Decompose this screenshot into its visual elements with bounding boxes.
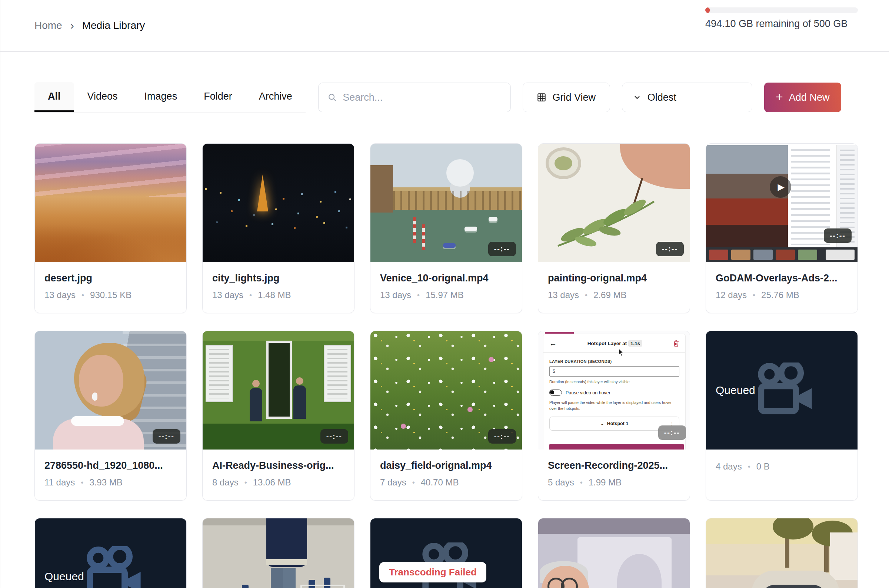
thumbnail-city-lights bbox=[203, 144, 354, 262]
file-size: 15.97 MB bbox=[426, 290, 464, 300]
video-camera-icon bbox=[747, 363, 817, 418]
duration-badge: --:-- bbox=[488, 429, 516, 444]
search-box[interactable] bbox=[318, 82, 511, 112]
pause-on-hover-label: Pause video on hover bbox=[566, 390, 610, 396]
media-card[interactable] bbox=[538, 518, 690, 588]
thumbnail-painting: --:-- bbox=[538, 144, 690, 262]
file-age: 11 days bbox=[44, 477, 75, 488]
thumbnail-transcoding-failed: Transcoding Failed bbox=[371, 518, 522, 588]
file-size: 3.93 MB bbox=[89, 477, 122, 488]
file-name: Venice_10-orignal.mp4 bbox=[380, 273, 512, 284]
media-card[interactable]: --:-- daisy_field-orignal.mp4 7 days•40.… bbox=[370, 331, 522, 501]
file-name: daisy_field-orignal.mp4 bbox=[380, 460, 512, 471]
media-card[interactable]: desert.jpg 13 days•930.15 KB bbox=[35, 143, 187, 313]
file-age: 13 days bbox=[212, 290, 243, 300]
dot-separator: • bbox=[81, 478, 83, 487]
dot-separator: • bbox=[753, 291, 755, 300]
tab-folder[interactable]: Folder bbox=[191, 82, 246, 112]
file-age: 13 days bbox=[380, 290, 411, 300]
search-icon bbox=[327, 92, 337, 103]
file-age: 13 days bbox=[44, 290, 75, 300]
add-new-button[interactable]: + Add New bbox=[764, 82, 841, 112]
layer-duration-label: LAYER DURATION (SECONDS) bbox=[549, 359, 679, 364]
search-input[interactable] bbox=[342, 92, 501, 103]
tab-all[interactable]: All bbox=[35, 82, 74, 112]
file-age: 4 days bbox=[716, 461, 742, 472]
dot-separator: • bbox=[412, 478, 415, 487]
thumbnail-soccer bbox=[203, 518, 354, 588]
file-age: 12 days bbox=[716, 290, 747, 300]
thumbnail-sports-car bbox=[706, 518, 857, 588]
breadcrumb: Home › Media Library bbox=[35, 0, 145, 51]
chevron-down-icon: ⌄ bbox=[601, 421, 604, 426]
tab-images[interactable]: Images bbox=[131, 82, 191, 112]
header: Home › Media Library 494.10 GB remaining… bbox=[0, 0, 889, 52]
file-size: 0 B bbox=[756, 461, 770, 472]
file-size: 13.06 MB bbox=[253, 477, 291, 488]
media-card[interactable]: --:-- painting-orignal.mp4 13 days•2.69 … bbox=[538, 143, 690, 313]
video-camera-icon bbox=[75, 546, 146, 588]
play-icon: ▶ bbox=[770, 176, 791, 198]
media-grid: desert.jpg 13 days•930.15 KB city_lights… bbox=[35, 143, 858, 588]
grid-view-button[interactable]: Grid View bbox=[523, 82, 610, 112]
status-badge: Queued bbox=[44, 570, 84, 583]
plus-icon: + bbox=[776, 90, 783, 104]
sort-dropdown[interactable]: Oldest bbox=[622, 82, 752, 112]
media-card[interactable] bbox=[202, 518, 354, 588]
thumbnail-studio: --:-- bbox=[203, 331, 354, 450]
file-age: 7 days bbox=[380, 477, 406, 488]
duration-badge: --:-- bbox=[488, 242, 516, 256]
dot-separator: • bbox=[748, 462, 751, 471]
duration-badge: --:-- bbox=[824, 228, 851, 243]
pause-on-hover-help: Player will pause the video while the la… bbox=[549, 400, 679, 412]
media-card[interactable]: --:-- Venice_10-orignal.mp4 13 days•15.9… bbox=[370, 143, 522, 313]
storage-progress-fill bbox=[705, 8, 710, 13]
media-card[interactable]: ▶ --:-- GoDAM-Overlays-Ads-2... 12 days•… bbox=[706, 143, 858, 313]
thumbnail-desert bbox=[35, 144, 186, 262]
file-size: 25.76 MB bbox=[761, 290, 799, 300]
thumbnail-woman-earbuds: --:-- bbox=[35, 331, 186, 450]
file-size: 40.70 MB bbox=[421, 477, 459, 488]
dot-separator: • bbox=[249, 291, 252, 300]
storage-progress-bar bbox=[705, 8, 858, 13]
thumbnail-man-headphones bbox=[538, 518, 690, 588]
media-card[interactable]: --:-- 2786550-hd_1920_1080... 11 days•3.… bbox=[35, 331, 187, 501]
file-name: city_lights.jpg bbox=[212, 273, 344, 284]
media-library-page: Home › Media Library 494.10 GB remaining… bbox=[0, 0, 889, 588]
file-name: 2786550-hd_1920_1080... bbox=[44, 460, 177, 471]
leaf-branch-art bbox=[550, 179, 662, 253]
dot-separator: • bbox=[585, 291, 587, 300]
storage-remaining-text: 494.10 GB remaining of 500 GB bbox=[705, 18, 858, 30]
tab-videos[interactable]: Videos bbox=[74, 82, 131, 112]
thumbnail-screen-recording: ← Hotspot Layer at 1.1s LAYER DURATION (… bbox=[538, 331, 690, 450]
file-size: 2.69 MB bbox=[593, 290, 626, 300]
storage-widget: 494.10 GB remaining of 500 GB bbox=[705, 8, 858, 51]
breadcrumb-home-link[interactable]: Home bbox=[35, 20, 62, 32]
duration-badge: --:-- bbox=[656, 242, 684, 256]
dot-separator: • bbox=[81, 291, 84, 300]
media-card[interactable]: --:-- AI-Ready-Business-orig... 8 days•1… bbox=[202, 331, 354, 501]
media-card[interactable] bbox=[706, 518, 858, 588]
file-name: Screen-Recording-2025... bbox=[548, 460, 680, 471]
media-card[interactable]: city_lights.jpg 13 days•1.48 MB bbox=[202, 143, 354, 313]
status-badge: Queued bbox=[716, 384, 755, 397]
back-arrow-icon: ← bbox=[549, 339, 557, 348]
file-age: 5 days bbox=[548, 477, 574, 488]
thumbnail-queued: Queued bbox=[35, 518, 186, 588]
file-size: 930.15 KB bbox=[90, 290, 132, 300]
thumbnail-daisy-field: --:-- bbox=[371, 331, 522, 450]
media-card[interactable]: Queued 4 days•0 B bbox=[706, 331, 858, 501]
media-card[interactable]: Transcoding Failed bbox=[370, 518, 522, 588]
chevron-right-icon: › bbox=[71, 19, 74, 32]
media-card[interactable]: ← Hotspot Layer at 1.1s LAYER DURATION (… bbox=[538, 331, 690, 501]
file-name: desert.jpg bbox=[44, 273, 177, 284]
thumbnail-venice: --:-- bbox=[371, 144, 522, 262]
media-card[interactable]: Queued bbox=[35, 518, 187, 588]
dot-separator: • bbox=[580, 478, 583, 487]
hotspot-layer-header: Hotspot Layer at bbox=[587, 340, 627, 346]
tab-archive[interactable]: Archive bbox=[246, 82, 306, 112]
dot-separator: • bbox=[245, 478, 247, 487]
grid-view-label: Grid View bbox=[552, 92, 596, 103]
file-size: 1.48 MB bbox=[258, 290, 291, 300]
timestamp-chip: 1.1s bbox=[628, 340, 642, 346]
